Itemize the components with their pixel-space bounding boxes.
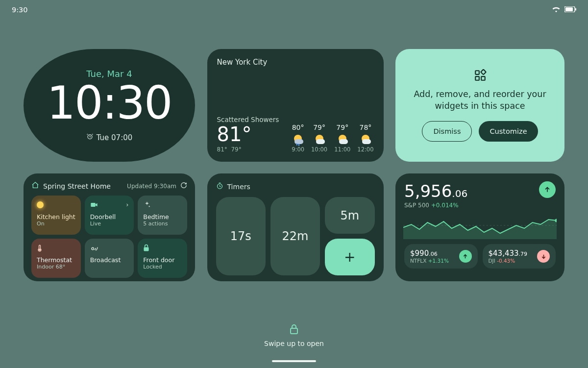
timer-item[interactable]: 5m	[325, 197, 374, 234]
status-time: 9:30	[12, 6, 28, 14]
widget-grid: Tue, Mar 4 10:30 Tue 07:00 New York City…	[24, 49, 564, 281]
tile-doorbell[interactable]: › Doorbell Live	[85, 196, 134, 235]
stock-dji[interactable]: $43,433.79 DJI -0.43%	[483, 244, 556, 269]
forecast-item: 79° 10:00	[311, 123, 327, 153]
customize-promo: Add, remove, and reorder your widgets in…	[395, 49, 564, 162]
refresh-icon[interactable]	[180, 182, 187, 190]
broadcast-icon	[90, 244, 99, 252]
forecast-item: 78° 12:00	[357, 123, 373, 153]
add-timer-button[interactable]: +	[325, 239, 374, 275]
svg-rect-5	[475, 77, 479, 81]
svg-rect-1	[565, 7, 573, 11]
svg-point-10	[92, 247, 94, 250]
svg-rect-8	[91, 203, 95, 207]
weather-widget[interactable]: New York City Scattered Showers 81° 81° …	[207, 49, 384, 162]
trend-up-button[interactable]	[539, 181, 556, 198]
wifi-icon	[552, 6, 561, 14]
weather-hilo: 81° 79°	[217, 146, 279, 153]
partly-cloudy-icon	[337, 133, 348, 144]
lock-hint[interactable]: Swipe up to open	[0, 323, 588, 347]
timers-widget: Timers 17s 22m 5m +	[207, 173, 384, 281]
home-widget: Spring Street Home Updated 9:30am Kitche…	[24, 173, 195, 281]
partly-cloudy-icon	[314, 133, 325, 144]
timer-icon	[216, 182, 223, 191]
clock-alarm: Tue 07:00	[86, 133, 133, 142]
timer-item[interactable]: 17s	[216, 197, 266, 275]
customize-button[interactable]: Customize	[479, 121, 538, 142]
weather-city: New York City	[217, 58, 374, 67]
arrow-up-icon	[459, 250, 472, 263]
battery-icon	[564, 6, 576, 14]
svg-point-9	[39, 249, 41, 250]
forecast-item: 80° 9:00	[292, 123, 304, 153]
dismiss-button[interactable]: Dismiss	[422, 121, 472, 142]
lock-hint-text: Swipe up to open	[264, 340, 324, 347]
forecast-item: 79° 11:00	[334, 123, 350, 153]
arrow-down-icon	[537, 250, 550, 263]
tile-bedtime[interactable]: Bedtime 5 actions	[138, 196, 187, 235]
clock-time: 10:30	[47, 81, 172, 126]
widgets-icon	[474, 69, 487, 89]
clock-widget[interactable]: Tue, Mar 4 10:30 Tue 07:00	[24, 49, 195, 162]
sp500-label: S&P 500 +0.014%	[404, 202, 467, 209]
lock-icon	[143, 244, 149, 252]
bulb-icon	[37, 201, 44, 208]
sp500-value: 5,956.06	[404, 181, 467, 201]
weather-now: Scattered Showers 81° 81° 79°	[217, 116, 279, 153]
status-right	[552, 6, 576, 14]
home-icon	[31, 181, 39, 191]
timers-label: Timers	[227, 183, 250, 191]
stocks-widget[interactable]: 5,956.06 S&P 500 +0.014% $990.06 NTFLX +…	[395, 173, 564, 281]
tile-thermostat[interactable]: Thermostat Indoor 68°	[31, 239, 81, 278]
weather-temp: 81°	[217, 124, 279, 144]
tile-kitchen-light[interactable]: Kitchen light On	[31, 196, 81, 235]
tile-front-door[interactable]: Front door Locked	[138, 239, 187, 278]
nav-handle[interactable]	[272, 360, 316, 362]
svg-rect-11	[144, 247, 149, 251]
rain-icon	[293, 133, 303, 144]
stock-ntflx[interactable]: $990.06 NTFLX +1.31%	[404, 244, 478, 269]
camera-icon	[90, 200, 98, 209]
promo-text: Add, remove, and reorder your widgets in…	[410, 89, 550, 112]
svg-rect-4	[475, 71, 479, 75]
timer-item[interactable]: 22m	[270, 197, 320, 275]
alarm-icon	[86, 133, 94, 142]
sparkle-icon	[143, 200, 151, 209]
svg-rect-2	[575, 8, 576, 11]
lock-icon	[289, 323, 299, 337]
home-updated: Updated 9:30am	[127, 183, 176, 190]
svg-rect-7	[481, 70, 486, 75]
svg-rect-15	[291, 328, 297, 334]
hourly-forecast: 80° 9:00 79° 10:00 79° 11:00 78°	[292, 123, 373, 153]
chevron-right-icon: ›	[126, 201, 129, 208]
svg-rect-6	[481, 77, 485, 81]
status-bar: 9:30	[0, 0, 588, 20]
sparkline-chart	[403, 212, 557, 239]
thermometer-icon	[37, 244, 43, 252]
weather-condition: Scattered Showers	[217, 116, 279, 123]
home-name: Spring Street Home	[43, 182, 111, 190]
partly-cloudy-icon	[360, 133, 371, 144]
alarm-time: Tue 07:00	[97, 133, 133, 142]
tile-broadcast[interactable]: Broadcast	[85, 239, 134, 278]
